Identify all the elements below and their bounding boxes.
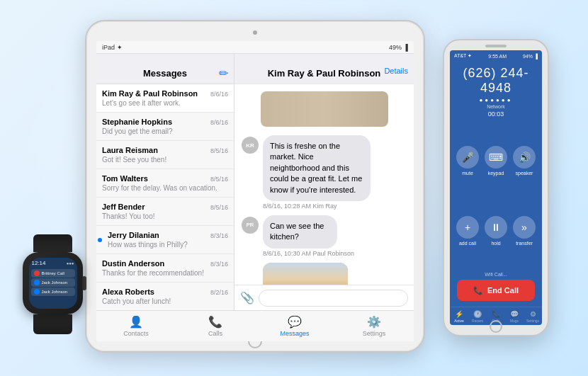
msg-date-3: 8/5/16 xyxy=(210,176,228,183)
hold-label: hold xyxy=(491,241,500,246)
msg-preview-4: Thanks! You too! xyxy=(102,212,228,220)
msg-date-1: 8/6/16 xyxy=(210,119,228,126)
msg-preview-3: Sorry for the delay. Was on vacation. xyxy=(102,184,228,192)
tab-messages[interactable]: 💬 Messages xyxy=(255,315,334,337)
msg-preview-2: Got it! See you then! xyxy=(102,156,228,164)
msg-date-4: 8/5/16 xyxy=(210,204,228,211)
compose-icon[interactable]: ✏ xyxy=(219,67,228,80)
message-input[interactable] xyxy=(259,290,408,307)
ipad-status-bar: iPad ✦ 49% ▐ xyxy=(96,41,414,54)
watch-name-0: Brittney Call xyxy=(42,271,64,275)
watch-band-top xyxy=(33,234,72,252)
bubble-time-0: 8/6/16, 10:28 AM Kim Ray xyxy=(263,203,407,210)
transfer-button[interactable]: » transfer xyxy=(512,198,536,263)
wifi-call-label: Wifi Call... xyxy=(457,272,535,277)
iphone-time: 9:55 AM xyxy=(488,54,507,59)
msg-preview-5: How was things in Philly? xyxy=(102,241,228,249)
tab-contacts[interactable]: 👤 Contacts xyxy=(96,315,176,337)
messages-icon: 💬 xyxy=(288,315,302,329)
bubble-row-kitchen-img: PR xyxy=(242,263,407,285)
avatar-kr: KR xyxy=(242,137,259,154)
msg-name-7: Alexa Roberts xyxy=(102,287,154,296)
end-call-section: Wifi Call... 📞 End Call xyxy=(450,268,542,307)
message-item-4[interactable]: Jeff Bender 8/5/16 Thanks! You too! xyxy=(96,198,234,226)
tab-settings[interactable]: ⚙️ Settings xyxy=(334,315,414,337)
message-item-1[interactable]: Stephanie Hopkins 8/6/16 Did you get the… xyxy=(96,113,234,141)
msg-name-3: Tom Walters xyxy=(102,174,148,183)
watch-contact-list: Brittney Call Jack Johnson Jack Johnson xyxy=(29,268,77,309)
ipad-tabbar: 👤 Contacts 📞 Calls 💬 Messages ⚙️ Setting… xyxy=(96,310,414,341)
speaker-icon: 🔊 xyxy=(513,146,536,169)
ipad-screen: iPad ✦ 49% ▐ Messages ✏ Kim Ray & Paul R… xyxy=(96,41,414,341)
watch-band-bottom xyxy=(33,314,72,334)
speaker-button[interactable]: 🔊 speaker xyxy=(512,127,536,193)
watch-dot-1 xyxy=(34,280,40,285)
transfer-label: transfer xyxy=(516,241,533,246)
add-call-button[interactable]: + add call xyxy=(456,198,480,263)
messages-title: Messages xyxy=(143,68,187,79)
bubble-kitchen-q: Can we see the kitchen? xyxy=(263,215,337,249)
conversation-input-bar: 📎 xyxy=(234,285,414,310)
watch-name-1: Jack Johnson xyxy=(42,280,68,285)
watch-contact-2[interactable]: Jack Johnson xyxy=(31,287,75,296)
hold-button[interactable]: ⏸ hold xyxy=(484,198,508,263)
call-dots: ●●●●●● xyxy=(453,97,539,103)
add-call-label: add call xyxy=(459,241,476,246)
tab-messages-label: Messages xyxy=(280,330,309,337)
watch-crown[interactable] xyxy=(82,276,86,290)
messages-header: Messages ✏ xyxy=(96,54,234,84)
message-item-2[interactable]: Laura Reisman 8/5/16 Got it! See you the… xyxy=(96,141,234,169)
details-button[interactable]: Details xyxy=(384,67,408,75)
property-image xyxy=(261,91,388,127)
call-timer: 00:03 xyxy=(453,110,539,118)
messages-label-ph: Msgs xyxy=(510,319,519,323)
watch-contact-0[interactable]: Brittney Call xyxy=(31,269,75,278)
watch-screen-header: 12:14 ●●● xyxy=(29,258,77,268)
message-item-6[interactable]: Dustin Anderson 8/3/16 Thanks for the re… xyxy=(96,254,234,283)
call-controls: 🎤 mute ⌨ keypad 🔊 speaker + add call ⏸ h… xyxy=(450,123,542,268)
iphone-speaker xyxy=(485,45,507,47)
attach-icon[interactable]: 📎 xyxy=(240,291,254,304)
bubble-row-0: KR This is freshe on the market. Nice ne… xyxy=(242,135,407,210)
keypad-icon: ⌨ xyxy=(485,146,507,169)
property-image-row xyxy=(242,91,407,127)
msg-date-5: 8/3/16 xyxy=(210,232,228,239)
mute-button[interactable]: 🎤 mute xyxy=(456,127,480,193)
bubble-row-kitchen-q: PR Can we see the kitchen? 8/6/16, 10:30… xyxy=(242,215,407,257)
tab-settings-label: Settings xyxy=(363,330,386,337)
message-item-3[interactable]: Tom Walters 8/5/16 Sorry for the delay. … xyxy=(96,169,234,198)
msg-preview-6: Thanks for the recommendation! xyxy=(102,269,228,277)
add-call-icon: + xyxy=(456,216,479,239)
iphone-battery: 94% ▐ xyxy=(523,54,538,59)
settings-icon: ⚙️ xyxy=(367,315,381,329)
iphone-tab-settings[interactable]: ⚙ Settings xyxy=(524,307,542,325)
tab-contacts-label: Contacts xyxy=(123,330,149,337)
iphone-tab-messages[interactable]: 💬 Msgs xyxy=(505,307,524,325)
unread-dot xyxy=(98,238,102,242)
message-item-0[interactable]: Kim Ray & Paul Robinson 8/6/16 Let's go … xyxy=(96,84,234,113)
iphone-home-button[interactable] xyxy=(490,320,502,333)
iphone: AT&T ✦ 9:55 AM 94% ▐ (626) 244-4948 ●●●●… xyxy=(443,39,549,336)
watch-time: 12:14 xyxy=(32,260,46,266)
message-item-5[interactable]: Jerry Dilanian 8/3/16 How was things in … xyxy=(96,226,234,254)
call-network: Network xyxy=(453,104,539,109)
mute-label: mute xyxy=(462,171,473,176)
msg-name-0: Kim Ray & Paul Robinson xyxy=(102,89,198,98)
watch-name-2: Jack Johnson xyxy=(42,290,68,294)
ipad-status-left: iPad ✦ xyxy=(102,44,123,51)
ipad-status-right: 49% ▐ xyxy=(389,44,408,51)
contacts-icon: 👤 xyxy=(129,315,143,329)
msg-date-6: 8/3/16 xyxy=(210,261,228,268)
iphone-tab-recent[interactable]: 🕐 Recent xyxy=(468,307,487,325)
keypad-button[interactable]: ⌨ keypad xyxy=(484,127,508,193)
msg-preview-0: Let's go see it after work. xyxy=(102,99,228,107)
watch-contact-1[interactable]: Jack Johnson xyxy=(31,278,75,287)
iphone-tab-active[interactable]: ⚡ Active xyxy=(450,307,468,325)
msg-preview-7: Catch you after lunch! xyxy=(102,297,228,305)
tab-calls[interactable]: 📞 Calls xyxy=(176,315,255,337)
message-item-7[interactable]: Alexa Roberts 8/2/16 Catch you after lun… xyxy=(96,283,234,311)
settings-label-ph: Settings xyxy=(526,319,539,323)
calls-icon-ph: 📞 xyxy=(492,310,500,318)
msg-preview-1: Did you get the email? xyxy=(102,127,228,135)
end-call-button[interactable]: 📞 End Call xyxy=(457,280,535,301)
